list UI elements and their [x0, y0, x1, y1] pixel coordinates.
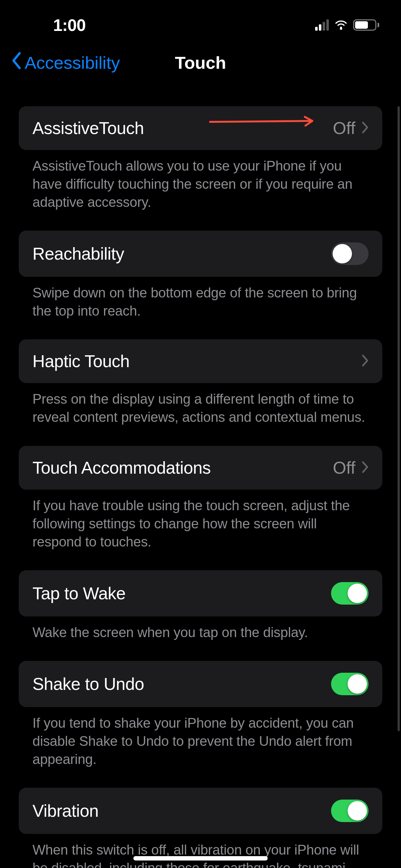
wifi-icon: [334, 19, 347, 31]
haptic-touch-row[interactable]: Haptic Touch: [19, 339, 382, 383]
status-time: 1:00: [53, 15, 86, 35]
back-label: Accessibility: [25, 53, 120, 73]
settings-group-reachability: Reachability Swipe down on the bottom ed…: [19, 230, 382, 320]
group-footer: Swipe down on the bottom edge of the scr…: [19, 277, 382, 320]
svg-point-0: [340, 27, 342, 29]
chevron-left-icon: [11, 52, 22, 73]
cell-label: Shake to Undo: [32, 674, 144, 694]
group-footer: AssistiveTouch allows you to use your iP…: [19, 150, 382, 211]
status-icons: [315, 19, 379, 31]
cell-label: Haptic Touch: [32, 351, 130, 371]
cell-label: Vibration: [32, 801, 99, 821]
group-footer: If you tend to shake your iPhone by acci…: [19, 707, 382, 768]
settings-group-accommodations: Touch Accommodations Off If you have tro…: [19, 446, 382, 551]
chevron-right-icon: [362, 354, 369, 368]
settings-group-tap-wake: Tap to Wake Wake the screen when you tap…: [19, 570, 382, 642]
reachability-switch[interactable]: [331, 243, 369, 265]
cellular-signal-icon: [315, 19, 329, 31]
shake-to-undo-switch[interactable]: [331, 673, 369, 695]
shake-to-undo-row[interactable]: Shake to Undo: [19, 661, 382, 707]
touch-accommodations-row[interactable]: Touch Accommodations Off: [19, 446, 382, 490]
status-bar: 1:00: [0, 0, 401, 44]
tap-to-wake-row[interactable]: Tap to Wake: [19, 570, 382, 617]
back-button[interactable]: Accessibility: [11, 52, 120, 73]
cell-value: Off: [333, 458, 356, 478]
vibration-switch[interactable]: [331, 800, 369, 822]
cell-label: AssistiveTouch: [32, 118, 144, 138]
battery-icon: [353, 19, 379, 31]
cell-label: Touch Accommodations: [32, 458, 211, 478]
cell-label: Tap to Wake: [32, 583, 126, 603]
vibration-row[interactable]: Vibration: [19, 788, 382, 834]
group-footer: When this switch is off, all vibration o…: [19, 834, 382, 868]
cell-label: Reachability: [32, 244, 124, 264]
chevron-right-icon: [362, 461, 369, 474]
tap-to-wake-switch[interactable]: [331, 582, 369, 604]
home-indicator[interactable]: [133, 856, 268, 861]
settings-group-shake-undo: Shake to Undo If you tend to shake your …: [19, 661, 382, 768]
scroll-indicator[interactable]: [398, 106, 400, 731]
settings-group-assistivetouch: AssistiveTouch Off AssistiveTouch allows…: [19, 106, 382, 211]
group-footer: If you have trouble using the touch scre…: [19, 490, 382, 551]
chevron-right-icon: [362, 122, 369, 135]
assistivetouch-row[interactable]: AssistiveTouch Off: [19, 106, 382, 150]
settings-group-haptic: Haptic Touch Press on the display using …: [19, 339, 382, 426]
navigation-bar: Accessibility Touch: [0, 44, 401, 81]
cell-value: Off: [333, 118, 356, 138]
reachability-row[interactable]: Reachability: [19, 230, 382, 277]
group-footer: Press on the display using a different l…: [19, 383, 382, 426]
group-footer: Wake the screen when you tap on the disp…: [19, 617, 382, 642]
